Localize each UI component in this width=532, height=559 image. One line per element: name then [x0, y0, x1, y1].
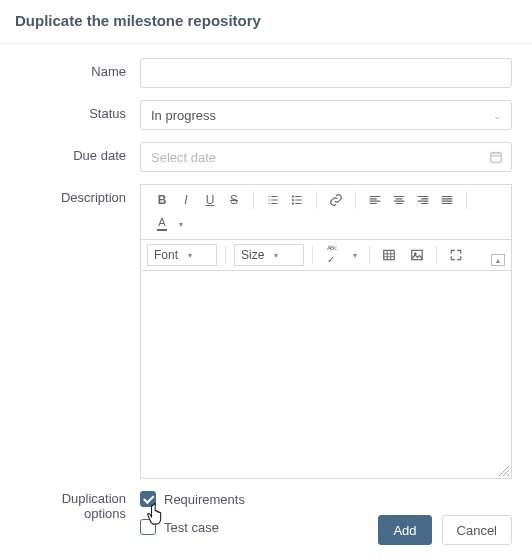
chevron-down-icon: ▾	[274, 251, 278, 260]
svg-rect-0	[491, 153, 502, 162]
spellcheck-menu[interactable]: ▾	[349, 244, 361, 266]
name-input[interactable]	[140, 58, 512, 88]
status-value: In progress	[151, 108, 493, 123]
requirements-label: Requirements	[164, 492, 245, 507]
collapse-toolbar-button[interactable]: ▲	[491, 254, 505, 266]
due-date-label: Due date	[20, 142, 140, 172]
font-size-label: Size	[241, 248, 264, 262]
image-button[interactable]	[406, 244, 428, 266]
cancel-button[interactable]: Cancel	[442, 515, 512, 545]
font-family-label: Font	[154, 248, 178, 262]
strike-button[interactable]: S	[223, 189, 245, 211]
due-date-input[interactable]: Select date	[140, 142, 512, 172]
font-family-select[interactable]: Font ▾	[147, 244, 217, 266]
test-case-label: Test case	[164, 520, 219, 535]
align-right-button[interactable]	[412, 189, 434, 211]
svg-point-6	[292, 203, 294, 205]
svg-rect-8	[412, 250, 423, 259]
font-color-button[interactable]: A	[151, 213, 173, 235]
align-justify-button[interactable]	[436, 189, 458, 211]
svg-point-5	[292, 199, 294, 201]
italic-button[interactable]: I	[175, 189, 197, 211]
description-label: Description	[20, 184, 140, 479]
maximize-button[interactable]	[445, 244, 467, 266]
dup-options-label: Duplication options	[20, 491, 140, 547]
due-date-placeholder: Select date	[151, 150, 489, 165]
description-textarea[interactable]	[141, 271, 511, 466]
font-color-menu[interactable]: ▾	[175, 213, 187, 235]
font-size-select[interactable]: Size ▾	[234, 244, 304, 266]
numbered-list-button[interactable]	[262, 189, 284, 211]
rich-text-editor: B I U S	[140, 184, 512, 479]
chevron-down-icon: ▾	[188, 251, 192, 260]
align-center-button[interactable]	[388, 189, 410, 211]
calendar-icon	[489, 150, 503, 164]
bold-button[interactable]: B	[151, 189, 173, 211]
svg-point-4	[292, 196, 294, 198]
requirements-checkbox[interactable]	[140, 491, 156, 507]
underline-button[interactable]: U	[199, 189, 221, 211]
chevron-down-icon: ⌄	[493, 110, 501, 121]
bullet-list-button[interactable]	[286, 189, 308, 211]
resize-grip-icon[interactable]	[141, 466, 511, 478]
name-label: Name	[20, 58, 140, 88]
status-select[interactable]: In progress ⌄	[140, 100, 512, 130]
test-case-checkbox[interactable]	[140, 519, 156, 535]
link-button[interactable]	[325, 189, 347, 211]
add-button[interactable]: Add	[378, 515, 431, 545]
table-button[interactable]	[378, 244, 400, 266]
spellcheck-button[interactable]: ᴬᴮᶜ✓	[321, 244, 343, 266]
align-left-button[interactable]	[364, 189, 386, 211]
svg-rect-7	[384, 250, 395, 259]
status-label: Status	[20, 100, 140, 130]
page-title: Duplicate the milestone repository	[0, 0, 532, 44]
